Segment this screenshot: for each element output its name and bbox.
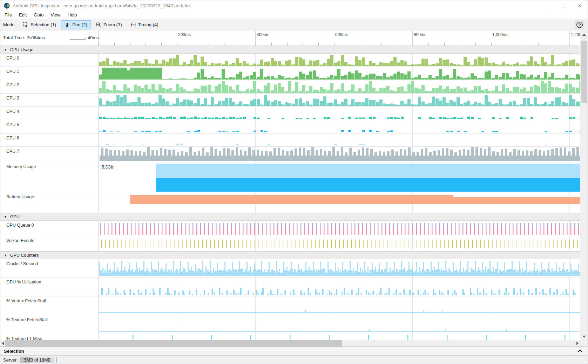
mode-button-label: Pan (2) [72,22,87,27]
vertical-scrollbar-thumb[interactable] [581,41,587,103]
mode-button-selection-1[interactable]: Selection (1) [19,20,60,29]
menu-view[interactable]: View [47,12,64,18]
selection-icon [23,22,28,28]
selection-panel-header[interactable]: Selection [0,346,588,356]
ruler-minor-tick [334,43,334,46]
ruler-minor-tick [570,43,570,46]
track-row-cpu-7: CPU 7 [0,147,580,162]
close-button[interactable]: ✕ [572,0,588,11]
track-row-gpu-utilization: GPU % Utilization [0,277,580,296]
track-label-cpu-4: CPU 4 [0,107,99,120]
group-header-gpu-counters[interactable]: ▼GPU Counters [0,252,580,259]
track-chart-texture-l1-miss[interactable] [99,334,580,340]
maximize-button[interactable] [555,0,572,11]
group-header-gpu[interactable]: ▼GPU [0,213,580,221]
title-bar: Android GPU Inspector - com.google.andro… [0,0,588,11]
track-chart-cpu-3[interactable] [99,94,580,107]
track-chart-gpu-utilization[interactable] [99,277,580,296]
track-label-vulkan-events: Vulkan Events [0,236,99,251]
track-row-cpu-3: CPU 3 [0,94,580,107]
track-label-cpu-3: CPU 3 [0,94,99,107]
collapse-chevron-icon[interactable]: ▼ [4,254,7,257]
track-chart-cpu-2[interactable] [99,80,580,93]
ruler-minor-tick [318,43,319,46]
mode-label: Mode: [3,22,16,27]
track-chart-vertex-fetch-stall[interactable] [99,296,580,315]
track-chart-gpu-queue-0[interactable] [99,221,580,236]
ruler-minor-tick [554,43,554,46]
app-window: Android GPU Inspector - com.google.andro… [0,0,588,364]
ruler-minor-tick [303,43,303,46]
help-button[interactable]: ? [575,20,584,30]
ruler-minor-tick [428,43,429,46]
track-label-cpu-1: CPU 1 [0,67,99,80]
track-chart-cpu-0[interactable] [99,54,580,67]
track-row-battery-usage: Battery Usage [0,192,580,213]
track-chart-cpu-1[interactable] [99,67,580,80]
track-row-cpu-5: CPU 5 [0,120,580,133]
track-row-cpu-1: CPU 1 [0,67,580,80]
ruler-minor-tick [507,43,507,46]
ruler-minor-tick [256,43,256,46]
track-chart-cpu-5[interactable] [99,120,580,133]
ruler-minor-tick [460,43,460,46]
vertical-scrollbar[interactable] [580,31,588,340]
ruler-time-label: 600ms [335,32,348,37]
scroll-right-icon[interactable] [576,342,579,345]
ruler-minor-tick [475,43,476,46]
track-chart-cpu-4[interactable] [99,107,580,120]
chevron-up-icon[interactable] [577,349,583,353]
ruler-header: Total Time: 2s084ms 40ms [0,31,99,46]
ruler-time-label: 800ms [414,32,426,37]
menu-help[interactable]: Help [64,12,81,18]
track-chart-battery-usage[interactable] [99,192,580,213]
track-chart-cpu-6[interactable] [99,133,580,146]
collapse-chevron-icon[interactable]: ▼ [4,48,7,51]
scroll-down-icon[interactable] [582,336,586,338]
mode-button-pan-2[interactable]: Pan (2) [61,20,91,29]
track-chart-clocks-second[interactable] [99,259,580,277]
ruler-minor-tick [130,43,130,46]
group-label: GPU [10,214,20,219]
mode-button-zoom-3[interactable]: Zoom (3) [92,20,126,29]
menu-edit[interactable]: Edit [15,12,30,18]
mode-toolbar: Mode: Selection (1)Pan (2)Zoom (3)Timing… [0,19,588,31]
server-label: Server: [3,357,18,363]
ruler-minor-tick [538,43,539,46]
track-row-memory-usage: Memory Usage5.3Gb [0,162,580,192]
ruler-minor-tick [209,43,209,46]
scroll-up-icon[interactable] [582,34,586,36]
track-chart-memory-usage[interactable] [99,162,580,192]
ruler-time-label: 200ms [178,32,191,37]
ruler-time-label: 400ms [257,32,269,37]
track-row-vertex-fetch-stall: % Vertex Fetch Stall [0,296,580,315]
timeline-ruler: Total Time: 2s084ms 40ms 200ms400ms600ms… [0,31,580,46]
server-memory-badge: 5MB of 18MB [20,357,54,363]
horizontal-scrollbar-thumb[interactable] [5,340,342,346]
ruler-minor-tick [381,43,381,46]
timing-icon [130,22,136,28]
group-header-cpu-usage[interactable]: ▼CPU Usage [0,46,580,54]
track-row-cpu-0: CPU 0 [0,54,580,67]
track-label-cpu-7: CPU 7 [0,147,99,162]
total-time-label: Total Time: 2s084ms [3,35,45,40]
track-label-gpu-utilization: GPU % Utilization [0,277,99,296]
track-chart-vulkan-events[interactable] [99,236,580,251]
track-label-battery-usage: Battery Usage [0,192,99,213]
ruler-timeline[interactable]: 200ms400ms600ms800ms1,000ms1,200ms [99,31,580,46]
ruler-minor-tick [271,43,272,46]
mode-button-timing-4[interactable]: Timing (4) [127,20,162,29]
collapse-chevron-icon[interactable]: ▼ [4,215,7,219]
scroll-left-icon[interactable] [2,342,4,345]
track-chart-cpu-7[interactable] [99,147,580,162]
menu-goto[interactable]: Goto [30,12,47,18]
svg-text:?: ? [579,23,581,27]
track-chart-texture-fetch-stall[interactable] [99,315,580,334]
menu-file[interactable]: File [1,12,15,18]
mode-button-label: Timing (4) [138,22,158,27]
ruler-minor-tick [350,43,350,46]
help-icon: ? [576,21,583,28]
minimize-button[interactable]: — [539,0,555,11]
ruler-minor-tick [397,43,397,46]
horizontal-scrollbar[interactable] [0,340,580,346]
